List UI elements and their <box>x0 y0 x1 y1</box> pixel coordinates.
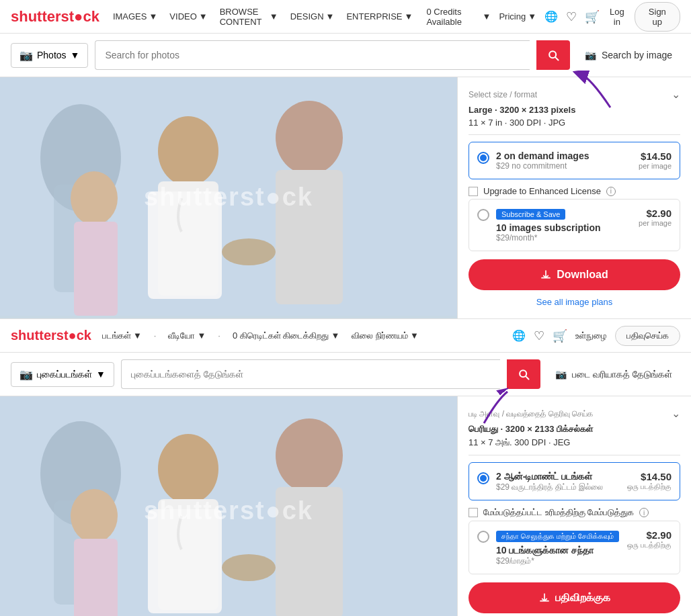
nav-browse[interactable]: BROWSE CONTENT ▼ <box>220 7 278 27</box>
chevron-down-icon: ▼ <box>483 11 491 21</box>
bottom-nav-video[interactable]: வீடியோ ▼ <box>168 331 206 341</box>
bottom-nav: shutterst●ck படங்கள் ▼ · வீடியோ ▼ · 0 கி… <box>0 319 691 353</box>
bottom-main-content: shutterst●ck படி அளவு / வடிவத்தைத் தெரிவ… <box>0 396 691 616</box>
chevron-down-icon: ▼ <box>133 331 142 341</box>
option-2-price: $2.90 per image <box>639 208 672 227</box>
login-button[interactable]: Log in <box>608 7 626 27</box>
bottom-image-area: shutterst●ck <box>0 396 457 616</box>
bottom-search-button[interactable] <box>507 359 540 389</box>
nav-links: IMAGES ▼ VIDEO ▼ BROWSE CONTENT ▼ DESIGN… <box>113 7 413 27</box>
pricing-option-1[interactable]: 2 on demand images $29 no commitment $14… <box>469 142 680 179</box>
right-panel: Select size / format ⌄ Large · 3200 × 21… <box>457 77 691 318</box>
enhanced-license-row: Upgrade to Enhanced License i <box>469 186 680 196</box>
bottom-radio-option-2[interactable] <box>477 531 489 543</box>
bottom-option-2-price: $2.90 ஒரு படத்திற்கு <box>627 529 672 549</box>
cart-icon[interactable]: 🛒 <box>585 9 600 24</box>
svg-point-3 <box>158 116 218 186</box>
bottom-size-format-chevron[interactable]: ⌄ <box>672 407 680 420</box>
language-icon[interactable]: 🌐 <box>544 10 558 23</box>
search-button[interactable] <box>536 40 570 70</box>
bottom-info-icon[interactable]: i <box>639 508 649 517</box>
download-icon <box>540 269 551 280</box>
search-input[interactable] <box>95 40 529 70</box>
credits-button[interactable]: 0 Credits Available ▼ <box>426 7 491 27</box>
radio-option-1[interactable] <box>477 152 489 164</box>
bottom-image-search-icon: 📷 <box>555 369 567 380</box>
bottom-size-info-2: 11 × 7 அங். 300 DPI · JEG <box>469 437 680 448</box>
bottom-nav-links: படங்கள் ▼ · வீடியோ ▼ · 0 கிரெடிட்கள் கிட… <box>102 331 419 341</box>
bottom-option-2-details: சந்தா செலுத்துக மற்றும் சேமிக்கவும் 10 ப… <box>496 529 620 566</box>
bottom-pricing-option-1[interactable]: 2 ஆன்-டிமாண்ட் படங்கள் $29 வருடாந்திரத் … <box>469 462 680 500</box>
bottom-option-1-price: $14.50 ஒரு படத்திற்கு <box>627 471 672 491</box>
bottom-enhanced-license-checkbox[interactable] <box>469 508 478 517</box>
radio-option-2[interactable] <box>477 209 489 221</box>
size-info-2: 11 × 7 in · 300 DPI · JPG <box>469 118 680 128</box>
option-1-price: $14.50 per image <box>639 150 672 170</box>
main-image-area: shutterst●ck <box>0 77 457 318</box>
bottom-search-input-wrap <box>121 359 500 389</box>
photos-filter-button[interactable]: 📷 Photos ▼ <box>11 43 88 68</box>
bottom-camera-icon: 📷 <box>19 368 33 381</box>
see-all-plans-link[interactable]: See all image plans <box>469 297 680 307</box>
chevron-down-icon: ▼ <box>331 331 339 341</box>
svg-point-18 <box>222 554 276 581</box>
svg-rect-6 <box>276 170 343 304</box>
bottom-option-1-details: 2 ஆன்-டிமாண்ட் படங்கள் $29 வருடாந்திரத் … <box>496 471 620 492</box>
bottom-language-icon[interactable]: 🌐 <box>512 329 526 342</box>
bottom-download-button[interactable]: பதிவிறக்குக <box>469 582 680 613</box>
chevron-down-icon: ▼ <box>199 11 208 21</box>
bottom-search-input[interactable] <box>121 359 500 389</box>
bottom-radio-option-1[interactable] <box>477 472 489 484</box>
bottom-nav-right: 🌐 ♡ 🛒 உள்நுழை பதிவுசெய்க <box>512 326 680 346</box>
top-nav: shutterst●ck IMAGES ▼ VIDEO ▼ BROWSE CON… <box>0 0 691 34</box>
svg-point-19 <box>71 489 118 543</box>
bottom-main-image: shutterst●ck <box>0 396 457 616</box>
chevron-down-icon: ▼ <box>270 11 278 21</box>
pricing-option-2[interactable]: Subscribe & Save 10 images subscription … <box>469 199 680 251</box>
search-by-image-button[interactable]: 📷 Search by image <box>577 44 680 66</box>
nav-design[interactable]: DESIGN ▼ <box>290 11 335 21</box>
chevron-down-icon: ▼ <box>405 11 413 21</box>
bottom-cart-icon[interactable]: 🛒 <box>553 328 567 343</box>
svg-point-14 <box>158 434 218 504</box>
bottom-logo: shutterst●ck <box>11 328 91 343</box>
bottom-photos-filter-button[interactable]: 📷 புகைப்படங்கள் ▼ <box>11 362 114 387</box>
nav-images[interactable]: IMAGES ▼ <box>113 11 157 21</box>
nav-right: 0 Credits Available ▼ Pricing ▼ 🌐 ♡ 🛒 Lo… <box>426 2 680 32</box>
bottom-signup-button[interactable]: பதிவுசெய்க <box>615 326 680 346</box>
svg-point-8 <box>71 171 118 225</box>
bottom-nav-credits[interactable]: 0 கிரெடிட்கள் கிடைக்கிறது ▼ <box>233 331 339 341</box>
main-image: shutterst●ck <box>0 77 457 316</box>
info-icon[interactable]: i <box>606 187 616 196</box>
favorites-icon[interactable]: ♡ <box>566 9 577 24</box>
chevron-down-icon: ▼ <box>197 331 206 341</box>
bottom-section: shutterst●ck படங்கள் ▼ · வீடியோ ▼ · 0 கி… <box>0 319 691 616</box>
nav-enterprise[interactable]: ENTERPRISE ▼ <box>346 11 413 21</box>
nav-video[interactable]: VIDEO ▼ <box>169 11 207 21</box>
bottom-nav-pricing[interactable]: விலை நிர்ணயம் ▼ <box>352 331 419 341</box>
bottom-search-bar: 📷 புகைப்படங்கள் ▼ 📷 படை வரியாகத் தேடுங்க… <box>0 353 691 396</box>
pricing-link[interactable]: Pricing ▼ <box>499 11 536 21</box>
image-search-icon: 📷 <box>585 50 596 60</box>
enhanced-license-checkbox[interactable] <box>469 187 478 196</box>
bottom-favorites-icon[interactable]: ♡ <box>534 328 544 343</box>
search-icon <box>546 48 560 62</box>
bottom-chevron-down-icon: ▼ <box>96 369 106 380</box>
bottom-right-panel: படி அளவு / வடிவத்தைத் தெரிவு செய்க ⌄ பெர… <box>457 396 691 616</box>
svg-rect-20 <box>74 539 118 616</box>
bottom-search-by-image-button[interactable]: 📷 படை வரியாகத் தேடுங்கள் <box>547 363 680 386</box>
bottom-search-icon <box>517 367 530 381</box>
svg-point-16 <box>276 419 343 492</box>
bottom-nav-photos[interactable]: படங்கள் ▼ <box>102 331 142 341</box>
bottom-pricing-option-2[interactable]: சந்தா செலுத்துக மற்றும் சேமிக்கவும் 10 ப… <box>469 521 680 574</box>
dot-separator: · <box>154 331 157 341</box>
signup-button[interactable]: Sign up <box>635 2 680 32</box>
bottom-purple-arrow <box>471 386 518 427</box>
download-button[interactable]: Download <box>469 259 680 290</box>
dot-separator-2: · <box>218 331 220 341</box>
svg-rect-17 <box>276 487 343 616</box>
bottom-login-button[interactable]: உள்நுழை <box>575 331 607 341</box>
svg-point-7 <box>222 238 276 265</box>
size-format-chevron[interactable]: ⌄ <box>672 88 680 101</box>
chevron-down-icon: ▼ <box>410 331 419 341</box>
